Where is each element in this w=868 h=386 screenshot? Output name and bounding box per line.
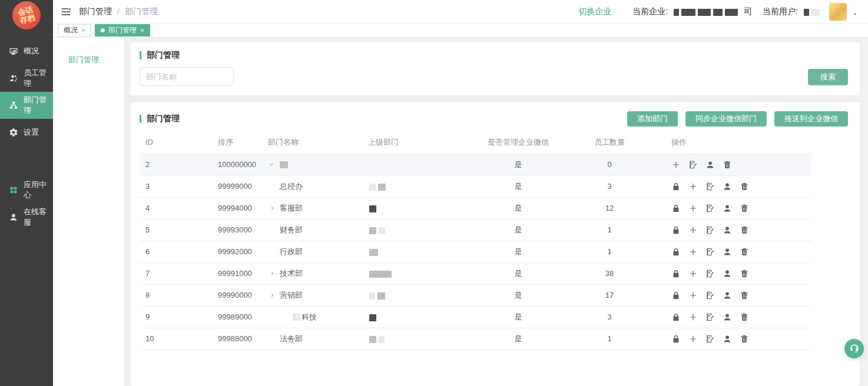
edit-icon[interactable] <box>705 291 715 300</box>
user-icon[interactable] <box>723 312 732 322</box>
lock-icon[interactable] <box>671 291 681 300</box>
lock-icon[interactable] <box>671 225 681 235</box>
trash-icon[interactable] <box>723 160 732 169</box>
lock-icon[interactable] <box>671 247 681 257</box>
plus-icon[interactable] <box>688 312 698 322</box>
trash-icon[interactable] <box>740 269 749 278</box>
parent-dept-redacted <box>379 227 385 234</box>
row-actions-cell <box>665 219 811 241</box>
user-icon[interactable] <box>723 291 732 300</box>
sidebar-item-online-service[interactable]: 在线客服 <box>0 204 53 231</box>
sidebar-item-settings[interactable]: 设置 <box>0 119 53 146</box>
push-to-wecom-button[interactable]: 推送到企业微信 <box>774 111 848 127</box>
manage-wecom-cell: 是 <box>483 219 554 241</box>
edit-icon[interactable] <box>705 247 715 257</box>
user-avatar[interactable] <box>829 3 847 21</box>
tree-indent <box>268 338 280 339</box>
table-row: 699992000行政部是1 <box>140 241 811 262</box>
department-name-input[interactable] <box>140 67 234 86</box>
submenu-item-department-management[interactable]: 部门管理 <box>53 51 124 69</box>
manage-wecom-cell: 是 <box>483 284 554 306</box>
collapse-sidebar-icon[interactable] <box>60 6 72 18</box>
plus-icon[interactable] <box>688 204 698 213</box>
table-row: 1099988000法务部是1 <box>140 328 811 350</box>
chevron-right-icon[interactable] <box>269 292 280 299</box>
dept-sort-cell: 100000000 <box>212 154 262 175</box>
switch-company-link[interactable]: 切换企业 <box>578 6 611 17</box>
plus-icon[interactable] <box>688 247 698 257</box>
department-table: ID排序部门名称上级部门是否管理企业微信员工数量操作 2100000000是03… <box>140 131 811 350</box>
main-sidebar: 会话 存档 概况员工管理部门管理设置应用中心在线客服 <box>0 0 53 386</box>
user-menu-caret-icon[interactable] <box>852 11 859 18</box>
lock-icon[interactable] <box>671 334 681 344</box>
user-icon[interactable] <box>723 269 732 278</box>
tab-close-icon[interactable]: × <box>81 27 85 34</box>
user-icon[interactable] <box>723 182 732 191</box>
active-tab-dot <box>101 28 105 32</box>
lock-icon[interactable] <box>671 204 681 213</box>
user-icon[interactable] <box>723 334 732 344</box>
sidebar-item-app-center[interactable]: 应用中心 <box>0 177 53 204</box>
plus-icon[interactable] <box>688 291 698 300</box>
plus-icon[interactable] <box>688 269 698 278</box>
trash-icon[interactable] <box>740 291 749 300</box>
sync-wecom-departments-button[interactable]: 同步企业微信部门 <box>685 111 767 127</box>
parent-dept-redacted <box>369 184 376 191</box>
table-row: 2100000000是0 <box>140 154 811 175</box>
tab-close-icon[interactable]: × <box>140 27 144 34</box>
dept-id-cell: 6 <box>140 241 212 262</box>
plus-icon[interactable] <box>688 182 698 191</box>
sidebar-item-overview[interactable]: 概况 <box>0 38 53 65</box>
trash-icon[interactable] <box>740 225 749 235</box>
breadcrumb-parent[interactable]: 部门管理 <box>79 6 112 17</box>
user-name-redacted-block <box>804 9 809 16</box>
lock-icon[interactable] <box>671 269 681 278</box>
dept-sort-cell: 99999000 <box>212 175 262 197</box>
sidebar-item-label: 员工管理 <box>24 68 53 89</box>
plus-icon[interactable] <box>688 334 698 344</box>
user-icon[interactable] <box>705 160 715 169</box>
dept-name-cell: 行政部 <box>262 241 362 262</box>
chevron-right-icon[interactable] <box>269 270 280 277</box>
online-service-icon <box>9 212 18 222</box>
edit-icon[interactable] <box>705 334 715 344</box>
user-icon[interactable] <box>723 204 732 213</box>
edit-icon[interactable] <box>705 269 715 278</box>
sidebar-item-label: 应用中心 <box>24 179 53 201</box>
row-actions <box>671 182 811 191</box>
company-name-redacted-block <box>698 9 711 16</box>
chevron-down-icon[interactable] <box>268 161 279 168</box>
sidebar-item-employee-management[interactable]: 员工管理 <box>0 65 53 92</box>
sidebar-item-department-management[interactable]: 部门管理 <box>0 92 53 119</box>
search-button[interactable]: 搜索 <box>808 69 848 85</box>
row-actions-cell <box>665 284 811 306</box>
dept-id-cell: 5 <box>140 219 212 241</box>
row-actions-cell <box>665 154 811 175</box>
table-row: 599993000财务部是1 <box>140 219 811 241</box>
chevron-right-icon[interactable] <box>269 205 280 212</box>
plus-icon[interactable] <box>688 225 698 235</box>
trash-icon[interactable] <box>740 334 749 344</box>
edit-icon[interactable] <box>705 204 715 213</box>
edit-icon[interactable] <box>705 312 715 322</box>
edit-icon[interactable] <box>705 225 715 235</box>
edit-icon[interactable] <box>688 160 698 169</box>
row-actions-cell <box>665 262 811 284</box>
plus-icon[interactable] <box>671 160 681 169</box>
topbar: 部门管理 / 部门管理 切换企业 当前企业: 司 当前用户: <box>53 0 868 24</box>
add-department-button[interactable]: 添加部门 <box>627 111 678 127</box>
customer-service-button[interactable] <box>844 339 864 358</box>
trash-icon[interactable] <box>740 247 749 257</box>
user-icon[interactable] <box>723 247 732 257</box>
table-card-title: 部门管理 <box>147 114 180 124</box>
lock-icon[interactable] <box>671 312 681 322</box>
trash-icon[interactable] <box>740 204 749 213</box>
trash-icon[interactable] <box>740 182 749 191</box>
user-icon[interactable] <box>723 225 732 235</box>
edit-icon[interactable] <box>705 182 715 191</box>
dept-id-cell: 9 <box>140 306 212 328</box>
tab-department-management[interactable]: 部门管理× <box>95 24 150 36</box>
lock-icon[interactable] <box>671 182 681 191</box>
tab-overview[interactable]: 概况× <box>58 24 91 36</box>
trash-icon[interactable] <box>740 312 749 322</box>
